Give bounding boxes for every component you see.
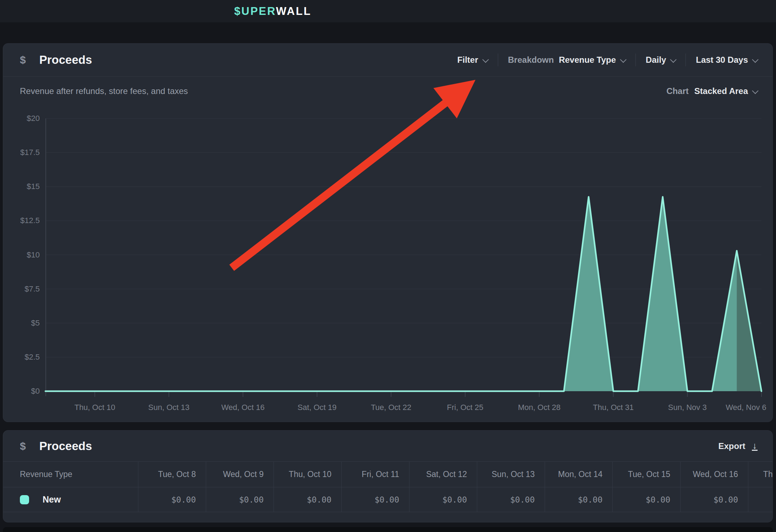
column-header: Wed, Oct 16 <box>680 462 748 487</box>
column-header: Tue, Oct 15 <box>612 462 680 487</box>
breakdown-value: Revenue Type <box>559 55 616 65</box>
x-axis-label: Mon, Oct 28 <box>518 403 561 412</box>
value-text: $0.00 <box>375 495 399 504</box>
value-cell: $0.00 <box>612 487 680 512</box>
row-label: New <box>43 494 61 505</box>
dollar-icon: $ <box>20 54 26 66</box>
y-axis-label: $0 <box>0 387 40 395</box>
column-header: Sun, Oct 13 <box>477 462 545 487</box>
value-cell: $0.00 <box>545 487 612 512</box>
next-card-edge <box>3 527 773 532</box>
value-cell: $0.00 <box>274 487 341 512</box>
y-axis-label: $12.5 <box>0 217 40 225</box>
dollar-icon: $ <box>20 440 26 452</box>
revenue-type-cell: New <box>3 487 138 512</box>
chart-type-label: Chart <box>666 86 689 96</box>
column-header: Thu, Oct 17 <box>748 462 773 487</box>
table-row: New$0.00$0.00$0.00$0.00$0.00$0.00$0.00$0… <box>3 487 773 512</box>
value-text: $0.00 <box>510 495 535 504</box>
value-cell: $0.00 <box>206 487 274 512</box>
y-axis-label: $17.5 <box>0 149 40 156</box>
chevron-down-icon <box>670 56 677 62</box>
y-axis-label: $2.5 <box>0 353 40 361</box>
legend-swatch <box>20 495 29 504</box>
chevron-down-icon <box>620 56 626 62</box>
y-axis-label: $10 <box>0 251 40 259</box>
x-axis-label: Wed, Oct 16 <box>221 403 265 412</box>
top-bar: $UPERWALL <box>0 0 776 22</box>
export-button[interactable]: Export ↓ <box>718 441 758 451</box>
value-text: $0.00 <box>239 495 264 504</box>
proceeds-table-card: $ Proceeds Export ↓ Revenue TypeTue, Oct… <box>3 430 773 522</box>
dashboard: $UPERWALL $ Proceeds Filter Breakdown Re… <box>0 0 776 532</box>
value-text: $0.00 <box>578 495 602 504</box>
x-axis-label: Fri, Oct 25 <box>447 403 484 412</box>
interval-dropdown[interactable]: Daily <box>646 55 676 65</box>
breakdown-dropdown[interactable]: Breakdown Revenue Type <box>508 55 626 65</box>
x-axis-label: Sun, Oct 13 <box>148 403 189 412</box>
y-axis-label: $5 <box>0 319 40 327</box>
x-axis-label: Wed, Nov 6 <box>726 403 766 412</box>
y-axis-label: $15 <box>0 183 40 190</box>
value-text: $0.00 <box>714 495 738 504</box>
value-text: $0.00 <box>646 495 670 504</box>
export-label: Export <box>718 441 745 451</box>
y-axis-label: $20 <box>0 115 40 122</box>
filter-label: Filter <box>457 55 478 65</box>
value-cell: $0.00 <box>748 487 773 512</box>
interval-value: Daily <box>646 55 666 65</box>
column-header: Wed, Oct 9 <box>206 462 274 487</box>
value-cell: $0.00 <box>341 487 409 512</box>
filter-dropdown[interactable]: Filter <box>457 55 488 65</box>
value-cell: $0.00 <box>680 487 748 512</box>
value-text: $0.00 <box>307 495 331 504</box>
value-text: $0.00 <box>171 495 196 504</box>
chart-type-dropdown[interactable]: Chart Stacked Area <box>666 86 758 96</box>
chart-card-subheader: Revenue after refunds, store fees, and t… <box>3 77 772 105</box>
x-axis: Thu, Oct 10Sun, Oct 13Wed, Oct 16Sat, Oc… <box>0 403 776 414</box>
divider <box>635 54 636 66</box>
column-header: Sat, Oct 12 <box>409 462 477 487</box>
chart-controls: Filter Breakdown Revenue Type Daily Last… <box>457 54 758 66</box>
x-axis-label: Sat, Oct 19 <box>297 403 336 412</box>
column-header: Thu, Oct 10 <box>274 462 341 487</box>
table-title: Proceeds <box>39 439 92 453</box>
chart-type-value: Stacked Area <box>694 86 748 96</box>
stacked-area-chart <box>45 118 761 399</box>
column-header: Mon, Oct 14 <box>545 462 612 487</box>
table-header-row: Revenue TypeTue, Oct 8Wed, Oct 9Thu, Oct… <box>3 461 773 487</box>
x-axis-label: Thu, Oct 31 <box>593 403 634 412</box>
chart-description: Revenue after refunds, store fees, and t… <box>20 86 188 96</box>
logo-secondary: WALL <box>276 5 312 17</box>
value-cell: $0.00 <box>477 487 545 512</box>
download-icon: ↓ <box>752 442 758 451</box>
value-text: $0.00 <box>442 495 467 504</box>
value-cell: $0.00 <box>409 487 477 512</box>
chevron-down-icon <box>482 56 489 62</box>
page-title: Proceeds <box>39 53 92 67</box>
y-axis-label: $7.5 <box>0 285 40 293</box>
date-range-dropdown[interactable]: Last 30 Days <box>696 55 758 65</box>
x-axis-label: Tue, Oct 22 <box>371 403 411 412</box>
y-axis: $0$2.5$5$7.5$10$12.5$15$17.5$20 <box>0 118 40 391</box>
breakdown-label: Breakdown <box>508 55 554 65</box>
column-header: Tue, Oct 8 <box>138 462 206 487</box>
value-cell: $0.00 <box>138 487 206 512</box>
area-fill <box>45 197 761 391</box>
chevron-down-icon <box>752 56 758 62</box>
superwall-logo: $UPERWALL <box>234 0 312 22</box>
chevron-down-icon <box>752 87 758 94</box>
divider <box>686 54 686 66</box>
date-range-value: Last 30 Days <box>696 55 748 65</box>
divider <box>498 54 498 66</box>
x-axis-label: Sun, Nov 3 <box>668 403 707 412</box>
logo-primary: $UPER <box>234 5 276 17</box>
chart-card-header: $ Proceeds Filter Breakdown Revenue Type… <box>3 44 772 77</box>
table-card-header: $ Proceeds Export ↓ <box>3 431 772 461</box>
column-header: Fri, Oct 11 <box>341 462 409 487</box>
x-axis-label: Thu, Oct 10 <box>75 403 115 412</box>
column-header: Revenue Type <box>3 462 138 487</box>
